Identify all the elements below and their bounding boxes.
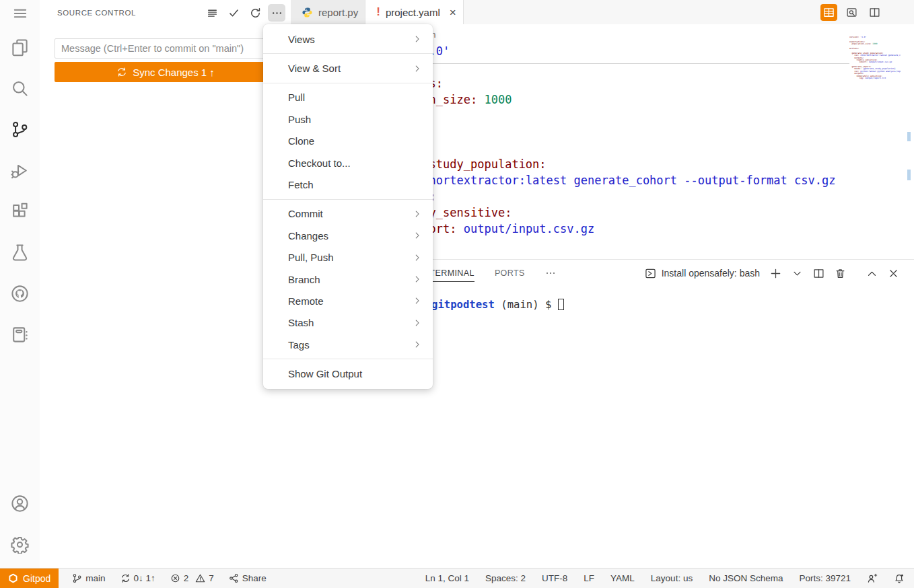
branch-icon xyxy=(72,573,82,583)
minimap[interactable]: version: '3.0' expectations: population_… xyxy=(849,36,901,259)
keyboard-layout-label: Layout: us xyxy=(651,573,693,583)
json-schema[interactable]: No JSON Schema xyxy=(707,568,784,588)
chevron-right-icon xyxy=(413,340,422,349)
problems-status[interactable]: 27 xyxy=(169,568,215,588)
split-terminal-icon[interactable] xyxy=(813,268,824,279)
warning-triangle-icon xyxy=(195,573,205,583)
run-debug-icon[interactable] xyxy=(0,150,40,191)
settings-gear-icon[interactable] xyxy=(0,524,40,565)
menu-separator xyxy=(263,83,433,83)
menu-item-checkout-to-[interactable]: Checkout to... xyxy=(263,152,433,174)
menu-item-label: Pull, Push xyxy=(288,252,413,263)
more-actions-icon[interactable] xyxy=(268,4,285,22)
menu-item-branch[interactable]: Branch xyxy=(263,268,433,290)
chevron-right-icon xyxy=(413,209,422,219)
menu-item-label: View & Sort xyxy=(288,63,413,74)
extensions-icon[interactable] xyxy=(0,191,40,232)
menu-item-fetch[interactable]: Fetch xyxy=(263,174,433,195)
menu-separator xyxy=(263,53,433,54)
menu-item-changes[interactable]: Changes xyxy=(263,225,433,246)
indentation[interactable]: Spaces: 2 xyxy=(484,568,527,588)
sync-status[interactable]: 0↓ 1↑ xyxy=(119,568,157,588)
panel-more-tabs-icon[interactable] xyxy=(545,260,556,287)
tab-project.yaml[interactable]: !project.yaml× xyxy=(365,0,463,24)
close-icon[interactable]: × xyxy=(450,7,456,18)
menu-item-remote[interactable]: Remote xyxy=(263,290,433,311)
open-preview-icon[interactable] xyxy=(843,4,860,21)
menu-item-stash[interactable]: Stash xyxy=(263,312,433,334)
gitpod-logo-icon xyxy=(8,573,18,583)
refresh-icon[interactable] xyxy=(246,4,264,22)
overview-ruler-mark xyxy=(907,132,911,141)
maximize-panel-icon[interactable] xyxy=(866,268,878,279)
encoding[interactable]: UTF-8 xyxy=(540,568,569,588)
cursor-position[interactable]: Ln 1, Col 1 xyxy=(424,568,470,588)
chevron-right-icon xyxy=(413,34,422,44)
menu-item-label: Pull xyxy=(288,91,422,103)
terminal-picker-chevron-icon[interactable] xyxy=(792,268,803,279)
panel-tab-terminal[interactable]: TERMINAL xyxy=(429,260,474,287)
sync-icon xyxy=(116,67,127,77)
activity-bar xyxy=(0,0,40,568)
view-as-list-icon[interactable] xyxy=(203,4,221,22)
menu-item-label: Push xyxy=(288,114,422,125)
table-view-icon[interactable] xyxy=(820,4,837,21)
test-beaker-icon[interactable] xyxy=(0,232,40,273)
sync-icon xyxy=(120,573,131,583)
source-control-icon[interactable] xyxy=(0,109,40,150)
terminal-cursor xyxy=(558,299,564,310)
menu-separator xyxy=(263,199,433,200)
notebook-icon[interactable] xyxy=(0,314,40,355)
menu-item-pull-push[interactable]: Pull, Push xyxy=(263,247,433,268)
chevron-right-icon xyxy=(413,253,422,262)
branch-status[interactable]: main xyxy=(71,568,106,588)
sync-changes-button[interactable]: Sync Changes 1 ↑ xyxy=(55,62,277,82)
status-bar: Gitpodmain0↓ 1↑27Share Ln 1, Col 1Spaces… xyxy=(0,568,914,588)
sidebar-title: SOURCE CONTROL xyxy=(57,9,203,17)
language-mode[interactable]: YAML xyxy=(609,568,636,588)
gitpod-badge-label: Gitpod xyxy=(23,573,50,584)
menu-item-label: Clone xyxy=(288,135,422,147)
more-editor-actions-icon[interactable] xyxy=(889,4,906,21)
encoding-label: UTF-8 xyxy=(542,573,567,583)
menu-item-label: Checkout to... xyxy=(288,157,422,169)
kill-terminal-icon[interactable] xyxy=(835,268,846,279)
gitpod-badge[interactable]: Gitpod xyxy=(0,568,59,588)
search-icon[interactable] xyxy=(0,68,40,109)
tab-label: project.yaml xyxy=(386,7,440,18)
github-icon[interactable] xyxy=(0,273,40,314)
menu-item-label: Show Git Output xyxy=(288,368,422,379)
commit-check-icon[interactable] xyxy=(225,4,242,22)
language-mode-label: YAML xyxy=(610,573,635,583)
eol[interactable]: LF xyxy=(582,568,596,588)
share-status[interactable]: Share xyxy=(227,568,268,588)
account-icon[interactable] xyxy=(0,483,40,524)
menu-item-label: Remote xyxy=(288,295,413,307)
json-schema-label: No JSON Schema xyxy=(709,573,783,583)
task-terminal-button[interactable]: Install opensafely: bash xyxy=(645,268,760,279)
menu-item-clone[interactable]: Clone xyxy=(263,131,433,152)
split-editor-icon[interactable] xyxy=(866,4,883,21)
explorer-icon[interactable] xyxy=(0,27,40,68)
menu-item-label: Commit xyxy=(288,208,413,219)
menu-item-view-sort[interactable]: View & Sort xyxy=(263,57,433,79)
menu-item-views[interactable]: Views xyxy=(263,28,433,50)
menu-item-commit[interactable]: Commit xyxy=(263,203,433,225)
menu-item-label: Tags xyxy=(288,339,413,351)
bell-icon[interactable] xyxy=(892,568,906,588)
tab-report.py[interactable]: report.py xyxy=(291,0,365,24)
feedback-icon[interactable] xyxy=(866,568,879,588)
menu-item-show-git-output[interactable]: Show Git Output xyxy=(263,363,433,384)
new-terminal-icon[interactable] xyxy=(770,268,781,279)
menu-item-tags[interactable]: Tags xyxy=(263,334,433,355)
menu-item-pull[interactable]: Pull xyxy=(263,87,433,108)
keyboard-layout[interactable]: Layout: us xyxy=(649,568,694,588)
tab-label: report.py xyxy=(318,7,358,18)
chevron-right-icon xyxy=(413,296,422,305)
panel-tab-ports[interactable]: PORTS xyxy=(495,260,525,287)
ports[interactable]: Ports: 39721 xyxy=(798,568,852,588)
close-panel-icon[interactable] xyxy=(888,268,899,279)
menu-item-push[interactable]: Push xyxy=(263,108,433,130)
menu-icon[interactable] xyxy=(0,0,40,27)
commit-message-input[interactable] xyxy=(55,38,277,59)
